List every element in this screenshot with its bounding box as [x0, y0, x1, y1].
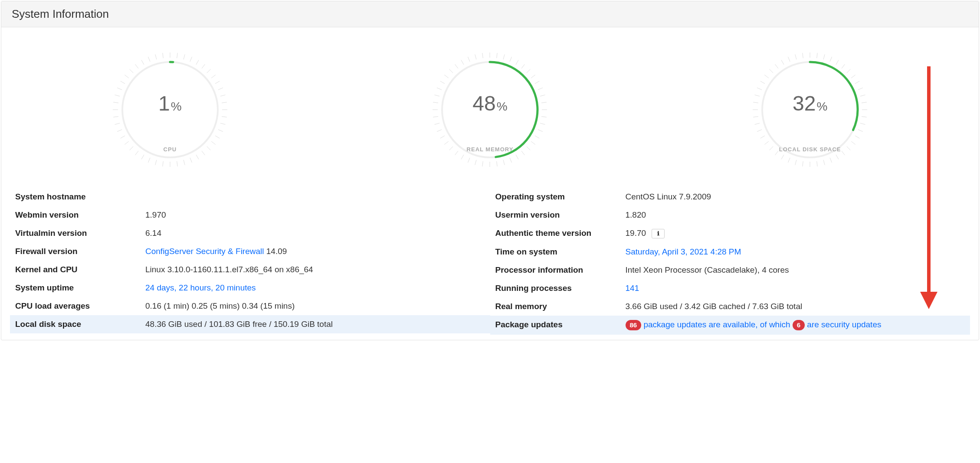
local-disk-value: 48.36 GiB used / 101.83 GiB free / 150.1… [145, 320, 485, 329]
svg-line-141 [775, 64, 778, 68]
svg-line-105 [851, 75, 855, 78]
kernel-value: Linux 3.10.0-1160.11.1.el7.x86_64 on x86… [145, 265, 485, 274]
svg-line-88 [437, 88, 442, 90]
system-info-panel: System Information 1% CPU 48% REAL MEMOR… [1, 1, 979, 340]
package-count-badge[interactable]: 86 [626, 320, 642, 330]
svg-line-32 [121, 136, 125, 138]
svg-line-72 [497, 161, 498, 166]
svg-line-45 [148, 57, 150, 62]
svg-line-140 [770, 69, 773, 73]
virtualmin-version-label: Virtualmin version [15, 228, 145, 238]
firewall-version-value: ConfigServer Security & Firewall 14.09 [145, 247, 485, 256]
svg-line-53 [516, 60, 518, 65]
svg-line-113 [858, 130, 863, 132]
svg-line-95 [475, 54, 476, 59]
svg-line-91 [449, 69, 453, 73]
cpu-gauge: 1% CPU [105, 45, 235, 175]
svg-line-84 [433, 117, 439, 117]
svg-line-77 [461, 155, 464, 159]
running-processes-label: Running processes [495, 284, 626, 293]
local-disk-label: Local disk space [15, 320, 145, 329]
time-on-system-link[interactable]: Saturday, April 3, 2021 4:28 PM [626, 247, 741, 256]
firewall-link[interactable]: ConfigServer Security & Firewall [145, 247, 264, 256]
svg-line-121 [817, 161, 818, 166]
svg-line-112 [860, 123, 865, 124]
load-avg-value: 0.16 (1 min) 0.25 (5 mins) 0.34 (15 mins… [145, 301, 485, 311]
svg-line-6 [207, 69, 210, 73]
svg-line-124 [795, 160, 796, 165]
svg-line-138 [760, 81, 765, 84]
os-value: CentOS Linux 7.9.2009 [626, 192, 965, 202]
svg-line-57 [535, 81, 539, 84]
svg-line-119 [830, 158, 832, 163]
svg-line-125 [788, 158, 790, 163]
svg-line-34 [115, 123, 120, 124]
disk-gauge-label: LOCAL DISK SPACE [745, 146, 875, 153]
svg-line-107 [858, 88, 863, 90]
svg-line-23 [177, 161, 177, 166]
svg-line-101 [830, 57, 832, 62]
svg-line-35 [113, 117, 118, 117]
memory-gauge: 48% REAL MEMORY [425, 45, 555, 175]
security-count-badge[interactable]: 6 [793, 320, 805, 330]
disk-gauge: 32% LOCAL DISK SPACE [745, 45, 875, 175]
processor-info-value: Intel Xeon Processor (Cascadelake), 4 co… [626, 265, 965, 275]
time-on-system-label: Time on system [495, 247, 626, 257]
svg-line-65 [535, 136, 539, 138]
disk-gauge-value: 32 [793, 92, 816, 115]
svg-line-139 [764, 75, 769, 78]
svg-line-25 [163, 161, 164, 166]
svg-line-52 [510, 57, 512, 62]
svg-line-118 [836, 155, 839, 159]
svg-line-4 [196, 60, 199, 65]
svg-line-93 [461, 60, 464, 65]
svg-line-126 [781, 155, 784, 159]
svg-line-81 [440, 136, 445, 138]
memory-gauge-value: 48 [472, 92, 495, 115]
real-memory-label: Real memory [495, 302, 626, 311]
theme-version-value: 19.70 [626, 228, 646, 238]
hostname-label: System hostname [15, 192, 145, 202]
running-processes-link[interactable]: 141 [626, 284, 639, 293]
firewall-version-label: Firewall version [15, 247, 145, 256]
memory-gauge-unit: % [497, 100, 508, 113]
svg-line-75 [475, 160, 476, 165]
info-icon: ℹ [657, 230, 659, 237]
usermin-version-value: 1.820 [626, 210, 965, 220]
svg-line-28 [141, 155, 144, 159]
theme-info-button[interactable]: ℹ [652, 229, 665, 238]
svg-line-145 [803, 53, 803, 58]
svg-line-3 [190, 57, 192, 62]
svg-line-63 [540, 123, 545, 124]
info-col-right: Operating system CentOS Linux 7.9.2009 U… [490, 188, 970, 335]
disk-gauge-unit: % [816, 100, 827, 113]
package-updates-link[interactable]: package updates are available, of which [641, 320, 793, 329]
svg-line-7 [211, 75, 216, 78]
theme-version-label: Authentic theme version [495, 228, 626, 238]
svg-line-26 [155, 160, 157, 165]
svg-line-142 [781, 60, 784, 65]
panel-title: System Information [1, 1, 979, 27]
svg-line-120 [823, 160, 825, 165]
security-updates-link[interactable]: are security updates [805, 320, 881, 329]
svg-line-15 [218, 130, 223, 132]
svg-line-54 [522, 64, 525, 68]
svg-line-137 [757, 88, 762, 90]
svg-line-115 [851, 141, 855, 144]
svg-line-123 [803, 161, 803, 166]
svg-line-99 [817, 53, 818, 58]
svg-line-131 [757, 130, 762, 132]
svg-line-143 [788, 57, 790, 62]
uptime-link[interactable]: 24 days, 22 hours, 20 minutes [145, 283, 256, 292]
svg-line-13 [222, 117, 227, 117]
svg-line-46 [155, 54, 157, 59]
svg-line-44 [141, 60, 144, 65]
svg-line-111 [862, 117, 867, 117]
svg-line-43 [135, 64, 138, 68]
svg-line-22 [184, 160, 185, 165]
svg-line-40 [121, 81, 125, 84]
svg-line-90 [445, 75, 449, 78]
svg-line-71 [504, 160, 505, 165]
package-updates-label: Package updates [495, 320, 626, 329]
info-grid: System hostname Webmin version 1.970 Vir… [10, 188, 970, 335]
